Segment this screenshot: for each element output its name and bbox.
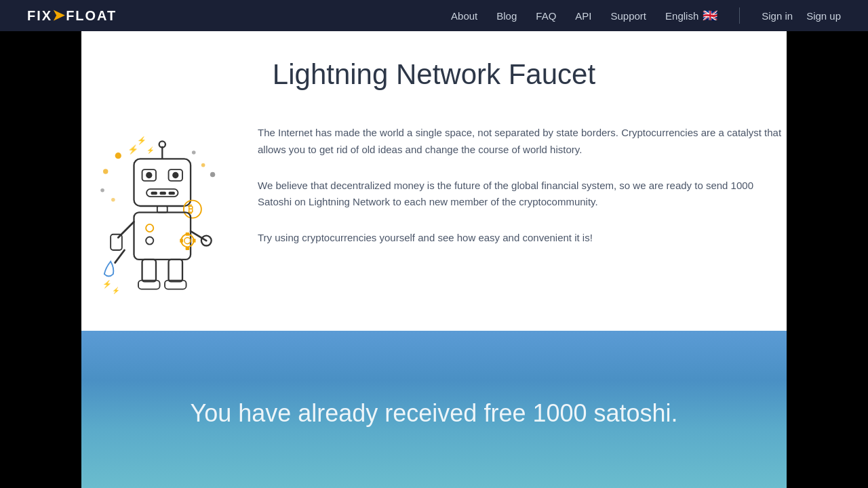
navbar: FIX➤FLOAT About Blog FAQ API Support Eng… (0, 0, 868, 31)
svg-point-2 (210, 172, 215, 177)
svg-text:⚡: ⚡ (112, 287, 120, 294)
svg-point-6 (192, 150, 196, 155)
robot-svg: ⚡ ⚡ ⚡ (81, 118, 231, 294)
svg-point-0 (115, 152, 121, 159)
nav-support[interactable]: Support (611, 10, 647, 22)
language-label: English (665, 10, 698, 22)
svg-rect-10 (134, 159, 191, 206)
svg-rect-18 (151, 192, 157, 195)
nav-links: About Blog FAQ API Support English 🇬🇧 Si… (451, 7, 841, 24)
nav-blog[interactable]: Blog (496, 10, 517, 22)
signup-link[interactable]: Sign up (806, 10, 841, 22)
svg-point-1 (103, 169, 108, 174)
satoshi-message: You have already received free 1000 sato… (190, 399, 677, 428)
paragraph-2: We believe that decentralized money is t… (258, 178, 787, 211)
svg-rect-40 (186, 232, 190, 236)
svg-rect-23 (157, 206, 167, 212)
text-content: The Internet has made the world a single… (258, 118, 787, 247)
language-selector[interactable]: English 🇬🇧 (665, 8, 717, 23)
paragraph-3: Try using cryptocurrencies yourself and … (258, 230, 787, 247)
svg-rect-31 (142, 260, 156, 282)
svg-point-39 (184, 237, 191, 243)
logo-text: FIX➤FLOAT (27, 7, 117, 24)
page-title: Lightning Network Faucet (81, 58, 787, 91)
nav-faq[interactable]: FAQ (536, 10, 556, 22)
logo[interactable]: FIX➤FLOAT (27, 7, 117, 24)
svg-line-35 (115, 250, 125, 263)
svg-rect-32 (169, 260, 182, 282)
logo-arrow-icon: ➤ (52, 7, 66, 24)
svg-point-7 (201, 163, 205, 167)
nav-divider (739, 7, 740, 24)
nav-auth: Sign in Sign up (762, 10, 841, 22)
svg-point-26 (146, 237, 153, 245)
nav-about[interactable]: About (451, 10, 477, 22)
svg-point-15 (146, 172, 152, 178)
svg-text:⚡: ⚡ (102, 279, 112, 289)
svg-rect-41 (186, 247, 190, 250)
svg-point-16 (172, 172, 178, 178)
svg-rect-43 (193, 239, 196, 243)
svg-text:⚡: ⚡ (137, 136, 146, 145)
svg-text:⚡: ⚡ (146, 146, 155, 155)
svg-point-25 (146, 224, 153, 232)
nav-api[interactable]: API (575, 10, 591, 22)
svg-point-9 (111, 198, 115, 202)
paragraph-1: The Internet has made the world a single… (258, 125, 787, 159)
svg-rect-19 (160, 192, 166, 195)
content-body: ⚡ ⚡ ⚡ (81, 118, 787, 297)
signin-link[interactable]: Sign in (762, 10, 793, 22)
robot-illustration: ⚡ ⚡ ⚡ (81, 118, 231, 297)
svg-rect-42 (180, 239, 183, 243)
content-area: Lightning Network Faucet ⚡ ⚡ ⚡ (81, 31, 787, 331)
svg-rect-24 (134, 212, 191, 260)
gradient-section: You have already received free 1000 sato… (81, 331, 787, 488)
svg-text:⚡: ⚡ (127, 144, 139, 155)
flag-icon: 🇬🇧 (703, 8, 717, 23)
svg-rect-20 (169, 192, 175, 195)
svg-point-8 (100, 188, 104, 192)
